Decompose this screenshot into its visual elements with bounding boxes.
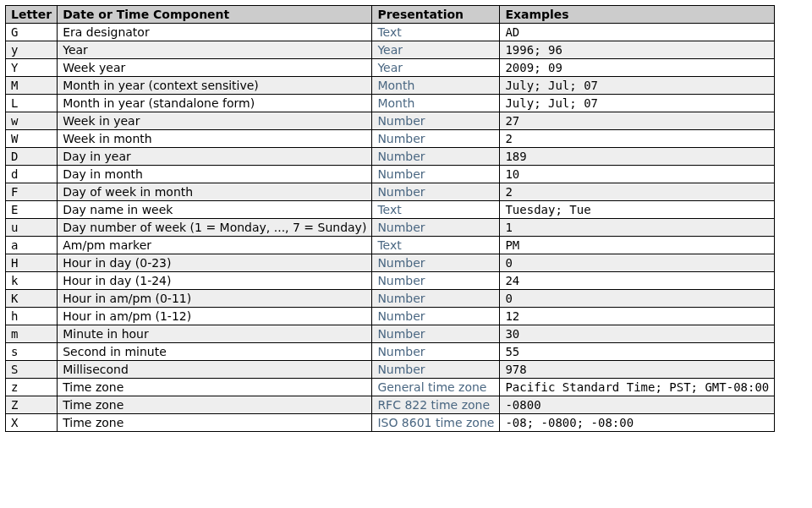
- table-row: hHour in am/pm (1-12)Number12: [6, 308, 775, 325]
- cell-component: Millisecond: [58, 361, 372, 379]
- cell-examples: 2: [500, 183, 775, 201]
- cell-letter: X: [6, 414, 58, 432]
- cell-letter: h: [6, 308, 58, 325]
- table-row: EDay name in weekTextTuesday; Tue: [6, 201, 775, 219]
- presentation-link[interactable]: ISO 8601 time zone: [377, 416, 494, 429]
- cell-component: Day number of week (1 = Monday, ..., 7 =…: [58, 219, 372, 237]
- presentation-link[interactable]: Number: [377, 150, 425, 163]
- presentation-link[interactable]: Number: [377, 221, 425, 234]
- cell-component: Day in month: [58, 166, 372, 183]
- cell-examples: July; Jul; 07: [500, 77, 775, 95]
- table-row: zTime zoneGeneral time zonePacific Stand…: [6, 379, 775, 396]
- presentation-link[interactable]: Text: [377, 238, 401, 252]
- presentation-link[interactable]: Year: [377, 61, 403, 74]
- table-row: XTime zoneISO 8601 time zone-08; -0800; …: [6, 414, 775, 432]
- table-header-row: Letter Date or Time Component Presentati…: [6, 6, 775, 24]
- cell-examples: July; Jul; 07: [500, 95, 775, 112]
- presentation-link[interactable]: Number: [377, 132, 425, 145]
- presentation-link[interactable]: Number: [377, 167, 425, 181]
- cell-letter: d: [6, 166, 58, 183]
- presentation-link[interactable]: Number: [377, 327, 425, 341]
- cell-component: Hour in am/pm (0-11): [58, 290, 372, 308]
- cell-letter: u: [6, 219, 58, 237]
- cell-examples: 55: [500, 343, 775, 361]
- table-row: dDay in monthNumber10: [6, 166, 775, 183]
- cell-examples: 2009; 09: [500, 59, 775, 77]
- cell-letter: m: [6, 325, 58, 343]
- table-row: MMonth in year (context sensitive)MonthJ…: [6, 77, 775, 95]
- cell-presentation: Number: [372, 343, 500, 361]
- cell-examples: -08; -0800; -08:00: [500, 414, 775, 432]
- presentation-link[interactable]: Number: [377, 274, 425, 287]
- col-header-component: Date or Time Component: [58, 6, 372, 24]
- presentation-link[interactable]: Number: [377, 363, 425, 376]
- cell-component: Month in year (standalone form): [58, 95, 372, 112]
- presentation-link[interactable]: Number: [377, 256, 425, 270]
- cell-examples: PM: [500, 237, 775, 254]
- cell-presentation: Number: [372, 148, 500, 166]
- presentation-link[interactable]: Number: [377, 309, 425, 323]
- cell-presentation: Number: [372, 272, 500, 290]
- cell-examples: AD: [500, 24, 775, 41]
- cell-presentation: Text: [372, 201, 500, 219]
- cell-component: Second in minute: [58, 343, 372, 361]
- col-header-letter: Letter: [6, 6, 58, 24]
- cell-component: Month in year (context sensitive): [58, 77, 372, 95]
- cell-component: Time zone: [58, 396, 372, 414]
- cell-presentation: Number: [372, 361, 500, 379]
- cell-letter: L: [6, 95, 58, 112]
- cell-examples: Tuesday; Tue: [500, 201, 775, 219]
- presentation-link[interactable]: Text: [377, 25, 401, 39]
- presentation-link[interactable]: Year: [377, 43, 403, 57]
- presentation-link[interactable]: General time zone: [377, 380, 486, 394]
- cell-examples: 24: [500, 272, 775, 290]
- cell-examples: -0800: [500, 396, 775, 414]
- presentation-link[interactable]: Text: [377, 203, 401, 216]
- cell-examples: 978: [500, 361, 775, 379]
- cell-presentation: General time zone: [372, 379, 500, 396]
- cell-component: Day name in week: [58, 201, 372, 219]
- col-header-presentation: Presentation: [372, 6, 500, 24]
- presentation-link[interactable]: Month: [377, 96, 414, 110]
- cell-component: Am/pm marker: [58, 237, 372, 254]
- table-row: YWeek yearYear2009; 09: [6, 59, 775, 77]
- cell-letter: Y: [6, 59, 58, 77]
- presentation-link[interactable]: Number: [377, 292, 425, 305]
- table-row: FDay of week in monthNumber2: [6, 183, 775, 201]
- cell-component: Hour in day (0-23): [58, 254, 372, 272]
- cell-examples: 10: [500, 166, 775, 183]
- table-row: yYearYear1996; 96: [6, 41, 775, 59]
- presentation-link[interactable]: Number: [377, 114, 425, 128]
- table-row: sSecond in minuteNumber55: [6, 343, 775, 361]
- table-row: kHour in day (1-24)Number24: [6, 272, 775, 290]
- cell-examples: 2: [500, 130, 775, 148]
- cell-presentation: Number: [372, 254, 500, 272]
- cell-presentation: Number: [372, 130, 500, 148]
- cell-presentation: Number: [372, 112, 500, 130]
- cell-presentation: Number: [372, 219, 500, 237]
- cell-letter: E: [6, 201, 58, 219]
- presentation-link[interactable]: Number: [377, 345, 425, 358]
- presentation-link[interactable]: RFC 822 time zone: [377, 398, 490, 412]
- cell-letter: F: [6, 183, 58, 201]
- cell-component: Era designator: [58, 24, 372, 41]
- table-row: uDay number of week (1 = Monday, ..., 7 …: [6, 219, 775, 237]
- cell-letter: G: [6, 24, 58, 41]
- cell-letter: w: [6, 112, 58, 130]
- presentation-link[interactable]: Number: [377, 185, 425, 199]
- cell-component: Year: [58, 41, 372, 59]
- cell-presentation: Number: [372, 325, 500, 343]
- col-header-examples: Examples: [500, 6, 775, 24]
- cell-examples: 189: [500, 148, 775, 166]
- cell-examples: 27: [500, 112, 775, 130]
- cell-presentation: Text: [372, 24, 500, 41]
- cell-presentation: Text: [372, 237, 500, 254]
- cell-letter: S: [6, 361, 58, 379]
- cell-component: Week in month: [58, 130, 372, 148]
- cell-component: Time zone: [58, 379, 372, 396]
- cell-presentation: Number: [372, 183, 500, 201]
- cell-component: Week in year: [58, 112, 372, 130]
- cell-examples: 30: [500, 325, 775, 343]
- presentation-link[interactable]: Month: [377, 79, 414, 92]
- table-row: DDay in yearNumber189: [6, 148, 775, 166]
